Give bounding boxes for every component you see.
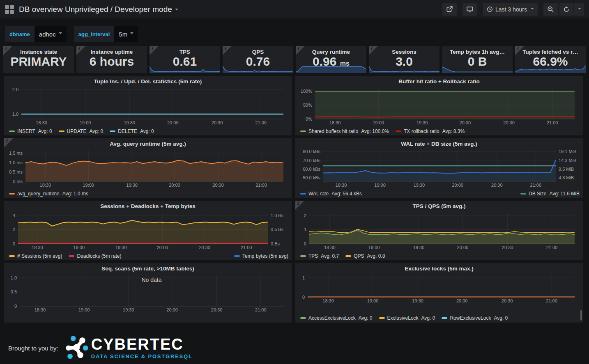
panel-title[interactable]: Avg. query runtime (5m avg.)	[4, 138, 292, 147]
cybertec-logo: CYBERTEC DATA SCIENCE & POSTGRESQL	[64, 335, 193, 361]
legend-item[interactable]: INSERTAvg: 0	[9, 128, 52, 134]
panel-title[interactable]: TPS / QPS (5m avg.)	[295, 201, 583, 209]
variable-dbname: dbname adhoc	[5, 26, 67, 42]
panel-title[interactable]: QPS	[223, 46, 293, 55]
legend-item[interactable]: DELETEAvg: 0	[110, 128, 154, 134]
panel-title[interactable]: Temp bytes 1h avg…	[442, 46, 513, 55]
svg-text:0: 0	[13, 241, 15, 246]
refresh-interval-dropdown[interactable]	[574, 3, 584, 16]
cybertec-molecule-icon	[64, 335, 88, 361]
clock-icon	[487, 6, 493, 12]
time-range-picker[interactable]: Last 3 hours	[483, 3, 538, 16]
dashboard-title[interactable]: DB overview Unprivileged / Developer mod…	[19, 5, 172, 14]
chart-area: 18:3019:0019:3020:0020:3021:0050.0 kBs60…	[298, 149, 580, 188]
legend-swatch	[442, 317, 447, 319]
stat-panel-tps: TPS 0.61	[150, 46, 220, 73]
svg-text:21:00: 21:00	[255, 120, 267, 125]
legend-item[interactable]: Deadlocks (5m rate)	[69, 253, 121, 259]
refresh-caret-icon	[578, 8, 581, 11]
legend-item[interactable]: ShareRowExclusiveLockAvg: 0	[300, 322, 380, 323]
panel-title[interactable]: WAL rate + DB size (5m avg.)	[295, 138, 583, 147]
panel-info-icon[interactable]	[76, 46, 85, 55]
refresh-icon	[563, 6, 570, 13]
panel-title[interactable]: Sessions	[369, 46, 439, 55]
grafana-dashboard-icon[interactable]	[5, 5, 14, 14]
svg-text:18:30: 18:30	[36, 120, 47, 125]
title-caret-icon[interactable]	[175, 9, 178, 12]
svg-text:21:00: 21:00	[546, 245, 558, 250]
svg-text:20:00: 20:00	[157, 245, 168, 250]
panel-info-icon[interactable]	[223, 46, 232, 55]
cybertec-logo-subtitle: DATA SCIENCE & POSTGRESQL	[91, 353, 193, 359]
variable-agg-interval-label: agg_interval	[74, 26, 115, 42]
panel-info-icon[interactable]	[369, 46, 378, 55]
variable-agg-interval-select[interactable]: 5m	[114, 26, 138, 42]
chart-area: 18:3019:0019:3020:0020:3021:000 ms0.5 ms…	[7, 149, 289, 188]
panel-title[interactable]: Buffer hit ratio + Rollback ratio	[295, 76, 583, 85]
legend-item[interactable]: AccessExclusiveLockAvg: 0	[300, 315, 373, 321]
chart-area: 18:3019:0019:3020:0020:3021:0001	[298, 273, 580, 304]
svg-text:100%: 100%	[301, 89, 312, 94]
panel-title[interactable]: Tuple Ins. / Upd. / Del. statistics (5m …	[4, 76, 292, 85]
svg-text:20:30: 20:30	[491, 183, 503, 188]
legend-item[interactable]: WAL rateAvg: 56.4 kBs	[300, 191, 362, 197]
zoom-out-button[interactable]	[543, 3, 558, 16]
svg-text:19:00: 19:00	[83, 183, 94, 188]
panel-title[interactable]: Seq. scans (5m rate, >10MB tables)	[4, 263, 292, 272]
svg-text:50%: 50%	[303, 103, 312, 108]
svg-text:21:00: 21:00	[241, 245, 252, 250]
variable-dbname-select[interactable]: adhoc	[35, 26, 67, 42]
legend-swatch	[300, 255, 306, 257]
svg-text:2: 2	[13, 227, 15, 232]
panel-title[interactable]: Query runtime	[296, 46, 366, 55]
stat-panel-sessions: Sessions 3.0	[369, 46, 439, 73]
cybertec-logo-text: CYBERTEC DATA SCIENCE & POSTGRESQL	[91, 337, 193, 359]
legend-scrollbar[interactable]	[580, 310, 582, 321]
legend-item[interactable]: ShareUpdateExclusiveLockAvg: 0	[386, 322, 472, 323]
svg-text:2: 2	[304, 213, 306, 218]
chart-area: 18:3019:0019:3020:0020:3021:0000.51.0No …	[7, 273, 289, 313]
panel-title[interactable]: TPS	[150, 46, 220, 55]
panel-info-icon[interactable]	[295, 201, 304, 210]
legend-item[interactable]: QPSAvg: 0.8	[345, 253, 385, 259]
legend-swatch	[379, 317, 385, 319]
panel-info-icon[interactable]	[4, 138, 13, 147]
legend-item[interactable]: ExclusiveLockAvg: 0	[379, 315, 435, 321]
panel-title[interactable]: Tuples fetched vs r…	[515, 46, 586, 55]
panel-info-icon[interactable]	[296, 46, 305, 55]
svg-text:4: 4	[13, 213, 15, 218]
legend-item[interactable]: avg_query_runtimeAvg: 1.0 ms	[9, 191, 88, 197]
svg-text:18:30: 18:30	[324, 245, 336, 250]
chevron-down-icon	[59, 32, 62, 36]
svg-text:19:30: 19:30	[124, 120, 135, 125]
panel-info-icon[interactable]	[515, 46, 524, 55]
legend-item[interactable]: TPSAvg: 0.7	[300, 253, 339, 259]
svg-text:19:00: 19:00	[78, 307, 90, 312]
panel-seq-scans: Seq. scans (5m rate, >10MB tables) 18:30…	[4, 263, 292, 323]
stat-panel-instance-uptime: Instance uptime 6 hours	[76, 46, 147, 73]
svg-text:1: 1	[304, 227, 306, 232]
panel-info-icon[interactable]	[3, 46, 12, 55]
legend-item[interactable]: TX rollback ratioAvg: 8.3%	[396, 128, 465, 134]
svg-text:18:30: 18:30	[40, 183, 51, 188]
panel-title[interactable]: Exclusive locks (5m max.)	[295, 263, 583, 272]
legend-item[interactable]: Temp bytes (5m avg)	[234, 253, 288, 259]
legend-item[interactable]: Shared buffers hit ratioAvg: 100.0%	[300, 128, 389, 134]
legend-item[interactable]: DB SizeAvg: 11.6 MiB	[520, 191, 580, 197]
panel-title[interactable]: Sessions + Deadlocks + Temp bytes	[4, 201, 292, 209]
panel-title[interactable]: Instance state	[3, 46, 74, 55]
legend-item[interactable]: UPDATEAvg: 0	[59, 128, 104, 134]
svg-text:0%: 0%	[306, 117, 312, 121]
legend-item[interactable]: # Sessions (5m avg)	[9, 253, 62, 259]
panel-title[interactable]: Instance uptime	[76, 46, 147, 55]
share-button[interactable]	[442, 3, 457, 16]
tv-kiosk-button[interactable]	[462, 3, 477, 16]
svg-text:19:00: 19:00	[368, 245, 380, 250]
svg-text:18:30: 18:30	[32, 245, 43, 250]
refresh-button[interactable]	[559, 3, 573, 16]
legend-item[interactable]: RowExclusiveLockAvg: 0	[442, 315, 508, 321]
stat-panel-query-runtime: Query runtime 0.96 ms	[296, 46, 366, 73]
svg-text:2.0: 2.0	[12, 87, 18, 92]
panel-info-icon[interactable]	[150, 46, 159, 55]
monitor-icon	[466, 6, 474, 13]
